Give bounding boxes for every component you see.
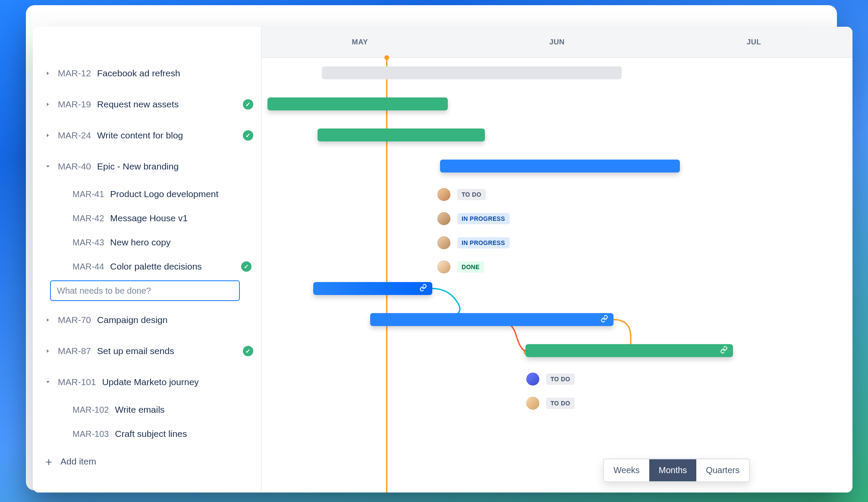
new-task-input[interactable] <box>50 280 240 301</box>
assignee-status-row: TO DO <box>526 397 575 410</box>
avatar[interactable] <box>526 373 539 386</box>
zoom-option-months[interactable]: Months <box>649 459 697 481</box>
today-marker-dot <box>384 55 389 60</box>
issue-row-epic[interactable]: MAR-101 Update Marketo journey <box>33 367 261 398</box>
zoom-picker: Weeks Months Quarters <box>603 458 750 482</box>
issue-row[interactable]: MAR-19 Request new assets ✓ <box>33 89 261 120</box>
done-check-icon: ✓ <box>243 130 253 141</box>
chevron-down-icon[interactable] <box>43 162 53 171</box>
issue-title: Write content for blog <box>97 130 239 141</box>
issue-title: Request new assets <box>97 99 239 110</box>
plus-icon: ＋ <box>43 454 54 469</box>
assignee-status-row: DONE <box>437 260 484 273</box>
month-label: MAY <box>261 27 459 57</box>
avatar[interactable] <box>437 236 450 249</box>
chevron-right-icon[interactable] <box>43 346 53 356</box>
avatar[interactable] <box>437 260 450 273</box>
timeline-bar-linked[interactable] <box>370 313 613 326</box>
done-check-icon: ✓ <box>243 99 253 110</box>
add-item-label: Add item <box>60 456 96 467</box>
assignee-status-row: TO DO <box>437 188 486 201</box>
assignee-status-row: IN PROGRESS <box>437 212 509 225</box>
issue-key: MAR-24 <box>58 130 91 141</box>
issue-row[interactable]: MAR-12 Facebook ad refresh <box>33 58 261 89</box>
timeline-header: MAY JUN JUL <box>261 27 852 58</box>
issue-key: MAR-70 <box>58 315 91 325</box>
issue-title: Campaign design <box>97 315 253 325</box>
today-marker-line <box>386 58 387 493</box>
new-task-row <box>50 280 240 301</box>
chevron-right-icon[interactable] <box>43 315 53 325</box>
status-badge: IN PROGRESS <box>457 213 509 224</box>
issue-title: Color palette decisions <box>110 261 253 272</box>
add-item-button[interactable]: ＋ Add item <box>33 446 261 477</box>
issue-row-child[interactable]: MAR-44 Color palette decisions ✓ <box>33 254 261 279</box>
link-icon <box>720 346 728 355</box>
assignee-status-row: TO DO <box>526 373 575 386</box>
issue-key: MAR-12 <box>58 68 91 78</box>
timeline-panel[interactable]: MAY JUN JUL TO DO IN PROGRESS IN PROGRES… <box>261 27 852 493</box>
issue-row-child[interactable]: MAR-42 Message House v1 <box>33 206 261 230</box>
status-badge: TO DO <box>546 398 575 409</box>
issue-row[interactable]: MAR-87 Set up email sends ✓ <box>33 336 261 367</box>
issue-key: MAR-40 <box>58 161 91 172</box>
avatar[interactable] <box>437 212 450 225</box>
timeline-bar-linked[interactable] <box>525 344 733 357</box>
timeline-bar[interactable] <box>267 97 448 110</box>
issue-title: Set up email sends <box>97 346 239 356</box>
issue-title: Write emails <box>115 405 253 415</box>
issue-row-child[interactable]: MAR-103 Craft subject lines <box>33 422 261 446</box>
issue-row-epic[interactable]: MAR-40 Epic - New branding <box>33 151 261 182</box>
issue-title: Message House v1 <box>110 213 253 223</box>
chevron-right-icon[interactable] <box>43 131 53 140</box>
assignee-status-row: IN PROGRESS <box>437 236 509 249</box>
issue-key: MAR-102 <box>72 405 109 415</box>
chevron-right-icon[interactable] <box>43 100 53 109</box>
issue-row-child[interactable]: MAR-43 New hero copy <box>33 230 261 254</box>
issue-row-child[interactable]: MAR-41 Product Logo development <box>33 182 261 206</box>
issue-title: Craft subject lines <box>115 429 253 439</box>
timeline-bar[interactable] <box>440 160 680 173</box>
issue-title: Update Marketo journey <box>102 377 253 387</box>
done-check-icon: ✓ <box>243 346 253 356</box>
month-label: JUL <box>655 27 852 57</box>
issue-title: New hero copy <box>110 237 253 248</box>
status-badge: TO DO <box>457 189 486 200</box>
chevron-down-icon[interactable] <box>43 377 53 387</box>
issue-key: MAR-103 <box>72 429 109 439</box>
status-badge: IN PROGRESS <box>457 237 509 248</box>
link-icon <box>601 315 608 324</box>
issue-key: MAR-41 <box>72 189 104 199</box>
status-badge: TO DO <box>546 373 575 385</box>
issue-key: MAR-101 <box>58 377 96 387</box>
issue-key: MAR-43 <box>72 238 104 248</box>
roadmap-card: MAR-12 Facebook ad refresh MAR-19 Reques… <box>33 27 852 493</box>
zoom-option-weeks[interactable]: Weeks <box>604 459 649 481</box>
status-badge: DONE <box>457 261 484 273</box>
timeline-bar[interactable] <box>322 66 622 79</box>
chevron-right-icon[interactable] <box>43 69 53 78</box>
issue-key: MAR-87 <box>58 346 91 356</box>
month-label: JUN <box>459 27 656 57</box>
issue-row-child[interactable]: MAR-102 Write emails <box>33 398 261 422</box>
issue-title: Product Logo development <box>110 189 253 199</box>
done-check-icon: ✓ <box>241 261 252 272</box>
issue-key: MAR-44 <box>72 262 104 272</box>
timeline-bar-linked[interactable] <box>313 282 432 295</box>
issue-tree-sidebar: MAR-12 Facebook ad refresh MAR-19 Reques… <box>33 27 261 493</box>
issue-row[interactable]: MAR-70 Campaign design <box>33 304 261 336</box>
issue-key: MAR-42 <box>72 213 104 223</box>
issue-title: Epic - New branding <box>97 161 253 172</box>
zoom-option-quarters[interactable]: Quarters <box>696 459 749 481</box>
avatar[interactable] <box>526 397 539 410</box>
issue-row[interactable]: MAR-24 Write content for blog ✓ <box>33 120 261 151</box>
issue-title: Facebook ad refresh <box>97 68 253 78</box>
timeline-bar[interactable] <box>318 129 485 141</box>
link-icon <box>419 284 427 293</box>
issue-key: MAR-19 <box>58 99 91 110</box>
avatar[interactable] <box>437 188 450 201</box>
